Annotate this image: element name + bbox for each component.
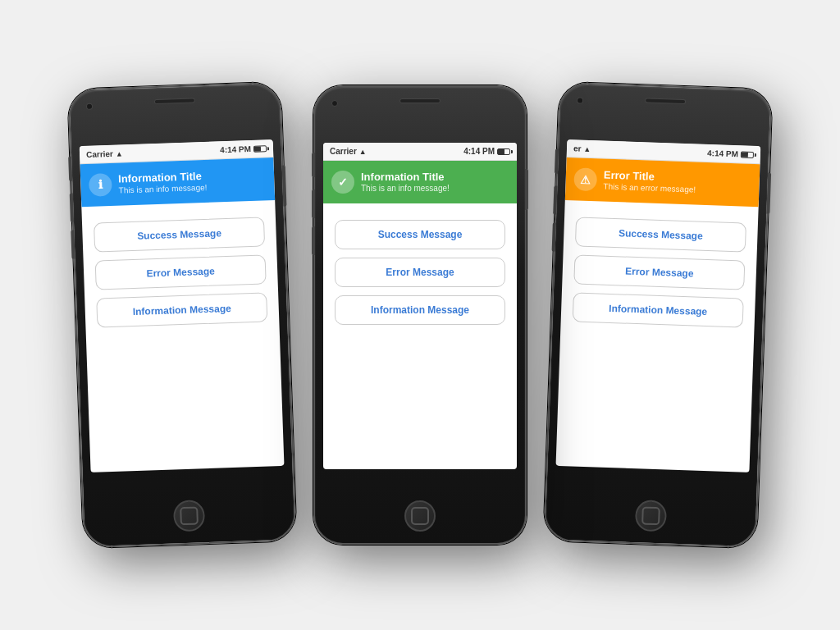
time-left: 4:14 PM: [220, 144, 251, 154]
phone-right: er ▲ 4:14 PM ⚠ Error Title This is an er…: [543, 82, 772, 549]
status-left-right: er ▲: [573, 144, 591, 153]
camera-right: [577, 97, 583, 103]
side-btn-right-right: [766, 173, 771, 214]
home-btn-center[interactable]: [404, 500, 436, 532]
side-btn-left-mid1-left: [70, 194, 74, 222]
screen-right: er ▲ 4:14 PM ⚠ Error Title This is an er…: [556, 139, 761, 472]
error-btn-left[interactable]: Error Message: [95, 254, 267, 290]
status-right-center: 4:14 PM: [463, 147, 510, 156]
button-list-left: Success Message Error Message Informatio…: [81, 200, 279, 336]
side-btn-left-top-right: [555, 149, 559, 174]
side-btn-right-center: [525, 169, 528, 210]
carrier-center: Carrier: [330, 147, 357, 156]
success-btn-left[interactable]: Success Message: [94, 217, 265, 252]
status-right-left: 4:14 PM: [220, 144, 267, 154]
side-btn-left-top-left: [68, 157, 72, 181]
error-btn-right[interactable]: Error Message: [573, 254, 745, 290]
battery-right: [741, 151, 754, 158]
battery-fill-left: [254, 146, 262, 151]
battery-left: [253, 145, 267, 153]
battery-fill-center: [498, 149, 504, 154]
battery-fill-right: [742, 152, 749, 157]
notif-sub-center: This is an info message!: [361, 184, 509, 194]
notif-text-left: Information Title This is an info messag…: [118, 168, 267, 196]
scene: Carrier ▲ 4:14 PM ℹ Information Title Th…: [51, 20, 789, 610]
speaker-center: [399, 98, 441, 103]
home-btn-right[interactable]: [635, 500, 667, 532]
notif-text-center: Information Title This is an info messag…: [361, 171, 509, 194]
wifi-right: ▲: [583, 144, 591, 153]
speaker-left: [154, 98, 195, 104]
phone-top-left: [154, 98, 195, 104]
home-btn-inner-center: [411, 507, 429, 525]
info-btn-center[interactable]: Information Message: [335, 295, 505, 325]
wifi-center: ▲: [359, 148, 367, 156]
carrier-left: Carrier: [86, 149, 113, 159]
notification-left: ℹ Information Title This is an info mess…: [80, 158, 276, 207]
notif-text-right: Error Title This is an error message!: [603, 169, 751, 197]
notif-icon-left: ℹ: [89, 173, 112, 197]
camera-left: [86, 103, 93, 110]
screen-center: Carrier ▲ 4:14 PM ✓ Information Title Th…: [323, 143, 517, 469]
time-center: 4:14 PM: [463, 147, 495, 156]
notif-title-center: Information Title: [361, 171, 509, 184]
side-btn-left-mid2-right: [552, 222, 556, 251]
notif-icon-right: ⚠: [573, 167, 597, 191]
side-btn-left-top-center: [312, 153, 315, 177]
status-left-center: Carrier ▲: [330, 147, 367, 156]
button-list-center: Success Message Error Message Informatio…: [323, 203, 517, 333]
success-btn-right[interactable]: Success Message: [575, 217, 746, 252]
carrier-right: er: [573, 144, 582, 153]
status-left-left: Carrier ▲: [86, 148, 123, 159]
camera-center: [331, 100, 338, 107]
status-right-right: 4:14 PM: [707, 148, 754, 159]
info-btn-left[interactable]: Information Message: [96, 292, 267, 327]
side-btn-left-mid2-left: [71, 231, 75, 259]
wifi-left: ▲: [116, 149, 123, 158]
info-btn-right[interactable]: Information Message: [573, 292, 744, 327]
success-btn-center[interactable]: Success Message: [335, 220, 505, 249]
speaker-right: [645, 98, 686, 104]
home-btn-inner-left: [180, 506, 199, 525]
phone-top-right: [645, 98, 686, 104]
button-list-right: Success Message Error Message Informatio…: [560, 200, 758, 336]
screen-left: Carrier ▲ 4:14 PM ℹ Information Title Th…: [80, 139, 285, 472]
phone-center: Carrier ▲ 4:14 PM ✓ Information Title Th…: [313, 85, 527, 545]
notification-center: ✓ Information Title This is an info mess…: [323, 161, 517, 203]
error-btn-center[interactable]: Error Message: [335, 258, 505, 287]
battery-center: [497, 148, 510, 155]
notification-right: ⚠ Error Title This is an error message!: [565, 158, 760, 207]
side-btn-left-mid1-center: [312, 189, 315, 218]
side-btn-left-mid2-center: [312, 226, 315, 255]
home-btn-left[interactable]: [173, 500, 205, 532]
side-btn-right-left: [282, 166, 287, 207]
status-bar-center: Carrier ▲ 4:14 PM: [323, 143, 517, 161]
phone-left: Carrier ▲ 4:14 PM ℹ Information Title Th…: [67, 82, 296, 549]
home-btn-inner-right: [641, 506, 660, 525]
side-btn-left-mid1-right: [553, 185, 557, 214]
notif-icon-center: ✓: [331, 171, 354, 194]
phone-top-center: [399, 98, 441, 103]
time-right: 4:14 PM: [707, 148, 738, 158]
